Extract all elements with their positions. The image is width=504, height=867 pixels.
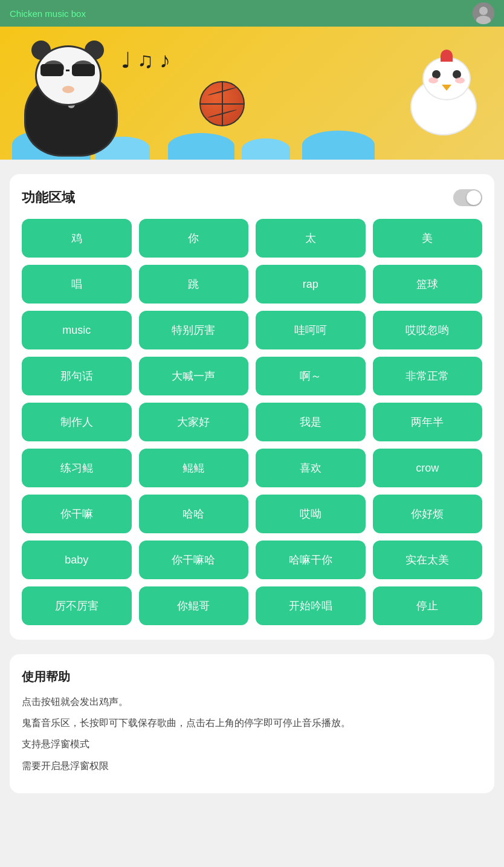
- music-button-31[interactable]: 实在太美: [373, 541, 483, 579]
- music-button-22[interactable]: 喜欢: [256, 449, 366, 487]
- music-button-8[interactable]: music: [22, 311, 132, 349]
- banner: ♩ ♫ ♪: [0, 27, 504, 160]
- music-notes-decoration: ♩ ♫ ♪: [121, 48, 170, 73]
- music-button-21[interactable]: 鲲鲲: [139, 449, 249, 487]
- music-button-32[interactable]: 厉不厉害: [22, 586, 132, 625]
- music-button-11[interactable]: 哎哎忽哟: [373, 311, 483, 349]
- help-title: 使用帮助: [22, 669, 482, 685]
- music-button-14[interactable]: 啊～: [256, 357, 366, 395]
- music-button-13[interactable]: 大喊一声: [139, 357, 249, 395]
- help-item-1: 鬼畜音乐区，长按即可下载保存歌曲，点击右上角的停字即可停止音乐播放。: [22, 715, 482, 731]
- music-button-26[interactable]: 哎呦: [256, 495, 366, 533]
- music-button-24[interactable]: 你干嘛: [22, 495, 132, 533]
- music-button-23[interactable]: crow: [373, 449, 483, 487]
- music-button-33[interactable]: 你鲲哥: [139, 586, 249, 625]
- svg-point-1: [479, 7, 488, 15]
- music-button-29[interactable]: 你干嘛哈: [139, 541, 249, 579]
- music-button-35[interactable]: 停止: [373, 586, 483, 625]
- music-button-2[interactable]: 太: [256, 219, 366, 258]
- music-button-7[interactable]: 篮球: [373, 265, 483, 304]
- music-button-10[interactable]: 哇呵呵: [256, 311, 366, 349]
- music-button-20[interactable]: 练习鲲: [22, 449, 132, 487]
- music-button-0[interactable]: 鸡: [22, 219, 132, 258]
- music-button-18[interactable]: 我是: [256, 403, 366, 441]
- music-button-12[interactable]: 那句话: [22, 357, 132, 395]
- help-item-0: 点击按钮就会发出鸡声。: [22, 693, 482, 710]
- section-header: 功能区域: [22, 189, 482, 207]
- basketball-decoration: [199, 81, 245, 126]
- help-items: 点击按钮就会发出鸡声。鬼畜音乐区，长按即可下载保存歌曲，点击右上角的停字即可停止…: [22, 693, 482, 774]
- music-button-6[interactable]: rap: [256, 265, 366, 304]
- music-button-34[interactable]: 开始吟唱: [256, 586, 366, 625]
- music-button-28[interactable]: baby: [22, 541, 132, 579]
- music-button-27[interactable]: 你好烦: [373, 495, 483, 533]
- function-area-card: 功能区域 鸡你太美唱跳rap篮球music特别厉害哇呵呵哎哎忽哟那句话大喊一声啊…: [10, 174, 494, 640]
- music-button-5[interactable]: 跳: [139, 265, 249, 304]
- music-button-3[interactable]: 美: [373, 219, 483, 258]
- music-buttons-grid: 鸡你太美唱跳rap篮球music特别厉害哇呵呵哎哎忽哟那句话大喊一声啊～非常正常…: [22, 219, 482, 625]
- chicken-character: [401, 51, 492, 135]
- music-button-9[interactable]: 特别厉害: [139, 311, 249, 349]
- music-button-17[interactable]: 大家好: [139, 403, 249, 441]
- toggle-knob: [467, 190, 481, 205]
- music-button-15[interactable]: 非常正常: [373, 357, 483, 395]
- help-item-2: 支持悬浮窗模式: [22, 736, 482, 752]
- music-button-25[interactable]: 哈哈: [139, 495, 249, 533]
- help-item-3: 需要开启悬浮窗权限: [22, 758, 482, 774]
- music-button-19[interactable]: 两年半: [373, 403, 483, 441]
- music-button-1[interactable]: 你: [139, 219, 249, 258]
- music-button-30[interactable]: 哈嘛干你: [256, 541, 366, 579]
- section-title: 功能区域: [22, 189, 75, 207]
- app-title: Chicken music box: [10, 8, 86, 19]
- app-header: Chicken music box: [0, 0, 504, 27]
- help-card: 使用帮助 点击按钮就会发出鸡声。鬼畜音乐区，长按即可下载保存歌曲，点击右上角的停…: [10, 654, 494, 793]
- user-avatar[interactable]: [473, 2, 494, 24]
- toggle-switch[interactable]: [453, 189, 482, 206]
- music-button-4[interactable]: 唱: [22, 265, 132, 304]
- music-button-16[interactable]: 制作人: [22, 403, 132, 441]
